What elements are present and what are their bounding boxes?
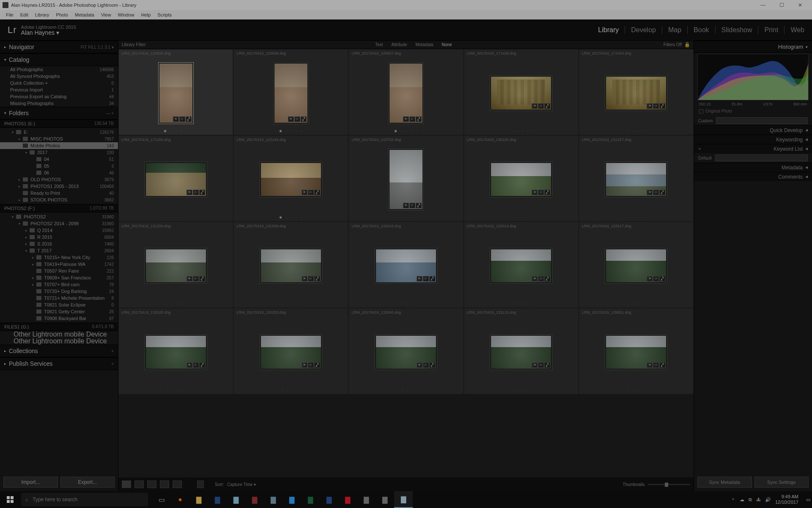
firefox-icon[interactable]: ● [171, 491, 189, 508]
folder-row[interactable]: ▾T 20172604 [0, 247, 118, 254]
thumbnail-cell[interactable]: LRM_20170419_133110.dng⚑⟳▞ · · · · [464, 308, 579, 394]
thumbnail-image[interactable]: ⚑⟳▞ [605, 248, 667, 283]
grid-view-icon[interactable] [122, 480, 131, 488]
keyword-list-header[interactable]: +Keyword List◀ [694, 144, 812, 153]
flag-badge-icon[interactable]: ⚑ [403, 116, 409, 122]
thumbnail-image[interactable]: ⚑⟳▞ [605, 162, 667, 197]
taskbar-search[interactable]: ⌕ Type here to search [21, 493, 148, 506]
rating-stars[interactable]: · · · · [464, 215, 578, 220]
twisty-icon[interactable]: ▸ [32, 276, 36, 280]
twisty-icon[interactable]: ▾ [25, 249, 30, 253]
flag-badge-icon[interactable]: ⚑ [187, 190, 192, 195]
sync-badge-icon[interactable]: ⟳ [653, 103, 659, 109]
rating-stars[interactable]: · · · · [464, 388, 578, 392]
word-icon[interactable]: ▇ [320, 491, 338, 508]
flag-badge-icon[interactable]: ⚑ [647, 103, 653, 109]
photoshop-icon[interactable]: ▇ [283, 491, 301, 508]
close-button[interactable]: ✕ [791, 0, 809, 10]
folder-row[interactable]: ▸T0609+ San Francisco257 [0, 274, 118, 281]
badge-icon[interactable]: ▞ [314, 276, 320, 282]
twisty-icon[interactable]: ▸ [19, 185, 23, 188]
menu-scripts[interactable]: Scripts [154, 12, 175, 17]
folder-row[interactable]: ▸R 20156004 [0, 234, 118, 240]
thumbnail-image[interactable]: ⚑⟳▞ [605, 76, 667, 110]
volume-header[interactable]: PHOTOS1 (E:) 136.54 TB [0, 119, 118, 128]
folder-row[interactable]: 053 [0, 163, 118, 169]
folder-row[interactable]: Ready to Print40 [0, 190, 118, 196]
folder-row[interactable]: ▾2017100 [0, 149, 118, 156]
notifications-icon[interactable]: ▭ [806, 497, 810, 502]
twisty-icon[interactable]: ▸ [25, 229, 30, 232]
snagit-icon[interactable]: ▇ [357, 491, 376, 508]
start-button[interactable] [0, 491, 20, 508]
explorer-icon[interactable]: ▇ [189, 491, 208, 508]
folder-row[interactable]: 0451 [0, 156, 118, 163]
add-icon[interactable]: + [111, 349, 114, 353]
filters-off-label[interactable]: Filters Off [664, 42, 682, 47]
dropbox-icon[interactable]: ⧉ [749, 497, 752, 502]
thumbnail-image[interactable]: ⚑⟳▞ [375, 248, 437, 283]
sync-badge-icon[interactable]: ⟳ [179, 116, 185, 122]
sync-badge-icon[interactable]: ⟳ [538, 276, 544, 282]
flag-badge-icon[interactable]: ⚑ [302, 190, 307, 195]
collections-header[interactable]: ▸ Collections + [0, 345, 118, 357]
sync-badge-icon[interactable]: ⟳ [193, 362, 199, 368]
rating-stars[interactable]: ★ · · · · [234, 215, 348, 220]
add-icon[interactable]: + [111, 362, 114, 366]
thumbnail-cell[interactable]: LRM_20170416_120625.dng⚑⟳▞★ · · · · [118, 49, 233, 135]
people-view-icon[interactable] [173, 480, 182, 488]
menu-metadata[interactable]: Metadata [71, 12, 98, 17]
checkbox-icon[interactable] [699, 109, 703, 113]
twisty-icon[interactable]: ▸ [19, 178, 23, 182]
sync-badge-icon[interactable]: ⟳ [653, 276, 659, 282]
folder-row[interactable]: ▸T0419+Palouse WA1742 [0, 261, 118, 268]
rating-stars[interactable]: · · · · [579, 301, 693, 306]
flag-badge-icon[interactable]: ⚑ [302, 276, 307, 282]
sync-badge-icon[interactable]: ⟳ [423, 276, 429, 282]
volume-header[interactable]: PHOTOS2 (F:) 1.07/2.89 TB [0, 204, 118, 213]
sync-badge-icon[interactable]: ⟳ [538, 190, 544, 195]
badge-icon[interactable]: ▞ [416, 203, 422, 208]
module-web[interactable]: Web [785, 26, 804, 34]
badge-icon[interactable]: ▞ [659, 190, 665, 195]
folder-row[interactable]: T0821 Solar Eclipse0 [0, 301, 118, 308]
folder-row[interactable]: ▸S 20167480 [0, 240, 118, 247]
rating-stars[interactable]: · · · · [579, 388, 693, 392]
thumbnail-cell[interactable]: LRM_20170419_122148.dng⚑⟳▞★ · · · · [233, 135, 348, 221]
twisty-icon[interactable]: ▾ [25, 151, 30, 155]
catalog-row[interactable]: Missing Photographs34 [0, 100, 118, 107]
badge-icon[interactable]: ▞ [659, 103, 665, 109]
thumbnail-cell[interactable]: LRM_20170419_131543.dng⚑⟳▞ · · · · [348, 222, 463, 308]
menu-help[interactable]: Help [138, 12, 154, 17]
badge-icon[interactable]: ▞ [416, 116, 422, 122]
thumbnail-cell[interactable]: LRM_20170419_131508.dng⚑⟳▞ · · · · [233, 222, 348, 308]
sync-badge-icon[interactable]: ⟳ [538, 103, 544, 109]
sync-badge-icon[interactable]: ⟳ [653, 190, 659, 195]
folder-row[interactable]: T0821 Getty Center26 [0, 308, 118, 315]
twisty-icon[interactable]: ▾ [12, 215, 16, 219]
folders-header[interactable]: ▾ Folders — + [0, 107, 118, 119]
sync-settings-button[interactable]: Sync Settings [754, 477, 809, 488]
badge-icon[interactable]: ▞ [199, 362, 205, 368]
thumbnail-cell[interactable]: LRM_20170419_132014.dng⚑⟳▞ · · · · [464, 222, 579, 308]
rating-stars[interactable]: · · · · [349, 215, 463, 220]
keywording-header[interactable]: Keywording◀ [694, 135, 812, 144]
export-button[interactable]: Export... [60, 477, 115, 488]
lock-icon[interactable]: 🔒 [684, 42, 690, 47]
badge-icon[interactable]: ▞ [659, 276, 665, 282]
thumbnail-image[interactable]: ⚑⟳▞ [260, 248, 322, 283]
rating-stars[interactable]: · · · · [579, 215, 693, 220]
badge-icon[interactable]: ▞ [199, 276, 205, 282]
catalog-row[interactable]: Quick Collection +0 [0, 80, 118, 86]
folder-row[interactable]: ▾PHOTOS231980 [0, 213, 118, 220]
flag-badge-icon[interactable]: ⚑ [417, 362, 422, 368]
thumbnail-size-slider[interactable] [648, 484, 690, 485]
flag-badge-icon[interactable]: ⚑ [288, 116, 294, 122]
flag-badge-icon[interactable]: ⚑ [302, 362, 307, 368]
sort-value[interactable]: Capture Time ▾ [227, 482, 256, 487]
badge-icon[interactable]: ▞ [186, 116, 192, 122]
thumbnail-image[interactable]: ⚑⟳▞ [260, 335, 322, 370]
thumbnail-image[interactable]: ⚑⟳▞ [389, 63, 423, 124]
filter-tab-none[interactable]: None [437, 42, 456, 47]
menu-file[interactable]: File [3, 12, 17, 17]
